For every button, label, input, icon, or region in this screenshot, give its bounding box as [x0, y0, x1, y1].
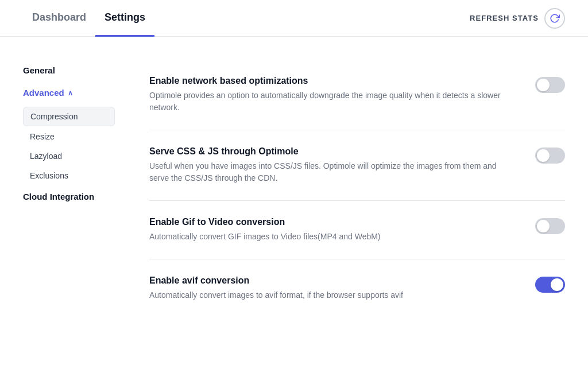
- setting-desc-network-optimizations: Optimole provides an option to automatic…: [149, 90, 505, 114]
- toggle-gif-to-video[interactable]: [535, 218, 565, 234]
- setting-desc-gif-to-video: Automatically convert GIF images to Vide…: [149, 231, 505, 243]
- top-nav: Dashboard Settings REFRESH STATS: [0, 0, 588, 37]
- setting-text-serve-css-js: Serve CSS & JS through Optimole Useful w…: [149, 146, 521, 184]
- setting-title-avif-conversion: Enable avif conversion: [149, 275, 521, 286]
- sidebar: General Advanced ∧ Compression Resize La…: [23, 60, 126, 317]
- sidebar-item-exclusions[interactable]: Exclusions: [23, 166, 115, 185]
- refresh-icon: [544, 8, 565, 29]
- setting-row-network-optimizations: Enable network based optimizations Optim…: [149, 60, 565, 130]
- setting-text-network-optimizations: Enable network based optimizations Optim…: [149, 76, 521, 114]
- main-layout: General Advanced ∧ Compression Resize La…: [0, 37, 588, 340]
- tab-settings[interactable]: Settings: [95, 0, 154, 37]
- setting-desc-avif-conversion: Automatically convert images to avif for…: [149, 289, 505, 301]
- setting-title-gif-to-video: Enable Gif to Video conversion: [149, 217, 521, 227]
- sidebar-item-general[interactable]: General: [23, 60, 115, 81]
- setting-text-avif-conversion: Enable avif conversion Automatically con…: [149, 275, 521, 301]
- setting-text-gif-to-video: Enable Gif to Video conversion Automatic…: [149, 217, 521, 243]
- tab-dashboard[interactable]: Dashboard: [23, 0, 95, 37]
- toggle-serve-css-js[interactable]: [535, 148, 565, 164]
- toggle-avif-conversion[interactable]: [535, 277, 565, 293]
- setting-row-serve-css-js: Serve CSS & JS through Optimole Useful w…: [149, 130, 565, 201]
- sidebar-item-advanced[interactable]: Advanced ∧: [23, 82, 115, 103]
- chevron-up-icon: ∧: [68, 89, 73, 97]
- settings-content: Enable network based optimizations Optim…: [126, 60, 565, 317]
- setting-row-gif-to-video: Enable Gif to Video conversion Automatic…: [149, 201, 565, 259]
- toggle-network-optimizations[interactable]: [535, 77, 565, 93]
- setting-row-avif-conversion: Enable avif conversion Automatically con…: [149, 259, 565, 317]
- sidebar-item-compression[interactable]: Compression: [23, 107, 115, 126]
- refresh-stats-label: REFRESH STATS: [470, 14, 539, 22]
- setting-title-network-optimizations: Enable network based optimizations: [149, 76, 521, 86]
- setting-title-serve-css-js: Serve CSS & JS through Optimole: [149, 146, 521, 157]
- refresh-stats-button[interactable]: REFRESH STATS: [470, 8, 565, 29]
- sidebar-item-lazyload[interactable]: Lazyload: [23, 147, 115, 165]
- sidebar-item-cloud-integration[interactable]: Cloud Integration: [23, 186, 115, 207]
- sidebar-item-resize[interactable]: Resize: [23, 127, 115, 146]
- advanced-label: Advanced: [23, 88, 64, 98]
- setting-desc-serve-css-js: Useful when you have images into CSS/JS …: [149, 160, 505, 184]
